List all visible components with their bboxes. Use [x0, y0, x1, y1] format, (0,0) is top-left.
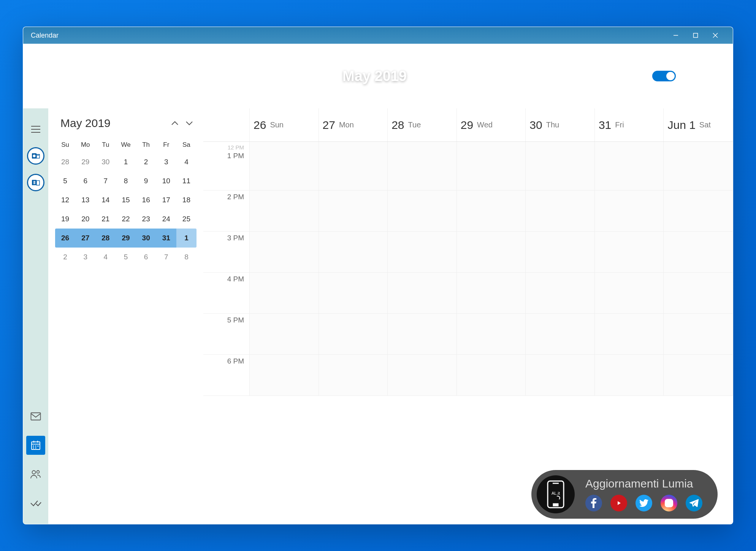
mini-day-cell[interactable]: 27: [75, 229, 95, 248]
mini-day-cell[interactable]: 2: [136, 152, 156, 171]
mini-day-cell[interactable]: 19: [55, 210, 75, 229]
calendar-app-button[interactable]: [26, 436, 45, 455]
day-header[interactable]: Jun 1Sat: [664, 108, 733, 141]
youtube-link[interactable]: [610, 495, 627, 511]
beta-toggle[interactable]: [652, 71, 676, 81]
mini-day-cell[interactable]: 17: [156, 191, 176, 210]
mini-prev-month-button[interactable]: [168, 116, 182, 130]
hour-cell[interactable]: [526, 314, 595, 354]
mini-day-cell[interactable]: 3: [75, 248, 95, 267]
mini-day-cell[interactable]: 15: [116, 191, 136, 210]
today-button[interactable]: Today: [107, 71, 143, 81]
day-header[interactable]: 28Tue: [388, 108, 457, 141]
settings-button[interactable]: [629, 68, 644, 84]
mini-day-cell[interactable]: 7: [95, 171, 116, 191]
mini-day-cell[interactable]: 21: [95, 210, 116, 229]
day-header[interactable]: 31Fri: [595, 108, 664, 141]
mini-day-cell[interactable]: 2: [55, 248, 75, 267]
outlook-account-button[interactable]: [27, 147, 44, 165]
hour-cell[interactable]: [250, 142, 319, 149]
hour-cell[interactable]: [664, 314, 733, 354]
mini-day-cell[interactable]: 16: [136, 191, 156, 210]
hour-cell[interactable]: [388, 191, 457, 231]
mini-day-cell[interactable]: 26: [55, 229, 75, 248]
view-picker[interactable]: Week: [552, 71, 597, 81]
mini-day-cell[interactable]: 5: [55, 171, 75, 191]
hour-cell[interactable]: [457, 142, 526, 149]
hour-cell[interactable]: [595, 142, 664, 149]
mini-day-cell[interactable]: 5: [116, 248, 136, 267]
mini-day-cell[interactable]: 29: [75, 152, 95, 171]
day-header[interactable]: 29Wed: [457, 108, 526, 141]
hour-cell[interactable]: [526, 355, 595, 395]
hour-cell[interactable]: [457, 273, 526, 313]
hour-cell[interactable]: [526, 232, 595, 272]
minimize-button[interactable]: [666, 27, 686, 44]
week-body[interactable]: 12 PM1 PM2 PM3 PM4 PM5 PM6 PM: [203, 142, 733, 524]
mini-day-cell[interactable]: 31: [156, 229, 176, 248]
maximize-button[interactable]: [686, 27, 705, 44]
mini-day-cell[interactable]: 30: [136, 229, 156, 248]
hour-cell[interactable]: [250, 232, 319, 272]
hour-cell[interactable]: [595, 314, 664, 354]
mini-day-cell[interactable]: 13: [75, 191, 95, 210]
hour-cell[interactable]: [319, 191, 388, 231]
mini-day-cell[interactable]: 1: [116, 152, 136, 171]
mini-day-cell[interactable]: 6: [75, 171, 95, 191]
mini-day-cell[interactable]: 22: [116, 210, 136, 229]
people-app-button[interactable]: [26, 465, 45, 484]
hour-cell[interactable]: [319, 142, 388, 149]
hour-cell[interactable]: [250, 273, 319, 313]
mini-day-cell[interactable]: 12: [55, 191, 75, 210]
facebook-link[interactable]: [585, 495, 602, 511]
instagram-link[interactable]: [661, 495, 677, 511]
exchange-account-button[interactable]: [27, 174, 44, 191]
hour-cell[interactable]: [319, 355, 388, 395]
hour-cell[interactable]: [664, 142, 733, 149]
hour-cell[interactable]: [250, 191, 319, 231]
hour-cell[interactable]: [388, 232, 457, 272]
hour-cell[interactable]: [595, 273, 664, 313]
close-button[interactable]: [705, 27, 725, 44]
new-event-button[interactable]: New event: [40, 66, 99, 86]
mini-day-cell[interactable]: 10: [156, 171, 176, 191]
mini-day-cell[interactable]: 14: [95, 191, 116, 210]
hour-cell[interactable]: [595, 232, 664, 272]
hour-cell[interactable]: [457, 314, 526, 354]
day-header[interactable]: 27Mon: [319, 108, 388, 141]
hour-cell[interactable]: [319, 273, 388, 313]
hour-cell[interactable]: [457, 191, 526, 231]
hour-cell[interactable]: [319, 149, 388, 190]
hour-cell[interactable]: [595, 355, 664, 395]
hour-cell[interactable]: [388, 273, 457, 313]
hour-cell[interactable]: [526, 273, 595, 313]
mail-app-button[interactable]: [26, 407, 45, 426]
next-week-button[interactable]: [182, 68, 197, 84]
telegram-link[interactable]: [686, 495, 702, 511]
mini-day-cell[interactable]: 28: [55, 152, 75, 171]
hour-cell[interactable]: [388, 314, 457, 354]
mini-day-cell[interactable]: 8: [116, 171, 136, 191]
hour-cell[interactable]: [664, 355, 733, 395]
hour-cell[interactable]: [319, 314, 388, 354]
mini-day-cell[interactable]: 29: [116, 229, 136, 248]
hour-cell[interactable]: [526, 149, 595, 190]
mini-day-cell[interactable]: 28: [95, 229, 116, 248]
hour-cell[interactable]: [250, 149, 319, 190]
hour-cell[interactable]: [457, 149, 526, 190]
hour-cell[interactable]: [250, 314, 319, 354]
mini-day-cell[interactable]: 1: [176, 229, 197, 248]
mini-day-cell[interactable]: 8: [176, 248, 197, 267]
mini-day-cell[interactable]: 25: [176, 210, 197, 229]
mini-next-month-button[interactable]: [182, 116, 197, 130]
hour-cell[interactable]: [319, 232, 388, 272]
twitter-link[interactable]: [636, 495, 652, 511]
hour-cell[interactable]: [595, 149, 664, 190]
hour-cell[interactable]: [664, 232, 733, 272]
hour-cell[interactable]: [457, 232, 526, 272]
prev-week-button[interactable]: [155, 68, 171, 84]
mini-day-cell[interactable]: 9: [136, 171, 156, 191]
mini-day-cell[interactable]: 4: [176, 152, 197, 171]
share-button[interactable]: [605, 68, 620, 84]
hour-cell[interactable]: [664, 149, 733, 190]
